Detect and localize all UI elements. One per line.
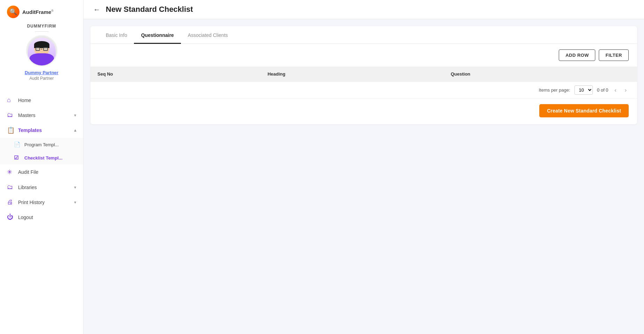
user-name[interactable]: Dummy Partner — [25, 70, 58, 75]
chevron-down-libraries-icon: ▾ — [74, 185, 76, 190]
sidebar-item-print-history[interactable]: 🖨 Print History ▾ — [0, 195, 83, 210]
libraries-icon: 🗂 — [7, 184, 15, 191]
sidebar-item-logout-label: Logout — [18, 215, 33, 220]
chevron-up-icon: ▴ — [74, 128, 76, 133]
print-icon: 🖨 — [7, 199, 15, 206]
items-per-page-select[interactable]: 5 10 25 50 — [574, 85, 593, 95]
pagination-row: Items per page: 5 10 25 50 0 of 0 ‹ › — [90, 81, 637, 98]
avatar — [26, 35, 57, 67]
glass-right — [43, 47, 48, 51]
sidebar-item-audit-file-label: Audit File — [18, 169, 38, 175]
create-new-checklist-button[interactable]: Create New Standard Checklist — [539, 104, 629, 117]
sidebar-item-home[interactable]: ⌂ Home — [0, 93, 83, 108]
tab-associated-clients[interactable]: Associated Clients — [181, 26, 235, 44]
sidebar-item-libraries-label: Libraries — [18, 185, 37, 190]
create-button-row: Create New Standard Checklist — [90, 98, 637, 124]
logo-area: 🔍 AuditFrame® — [0, 6, 54, 18]
user-role: Audit Partner — [29, 76, 54, 81]
back-button[interactable]: ← — [93, 6, 100, 14]
col-heading: Heading — [261, 67, 444, 81]
sidebar-item-print-history-label: Print History — [18, 200, 45, 205]
avatar-body — [30, 53, 54, 65]
content-area: Basic Info Questionnaire Associated Clie… — [84, 19, 644, 334]
logo-icon: 🔍 — [7, 6, 19, 18]
user-section: DUMMYFIRM Dummy Partner Audit Partner — [0, 24, 83, 86]
logo-sup: ® — [51, 9, 54, 13]
sidebar-item-templates[interactable]: 📋 Templates ▴ — [0, 123, 83, 138]
sidebar-item-program-templates[interactable]: 📄 Program Templ... — [7, 138, 83, 151]
items-per-page-label: Items per page: — [539, 87, 570, 93]
sidebar-item-masters[interactable]: 🗂 Masters ▾ — [0, 108, 83, 123]
sidebar-item-templates-label: Templates — [18, 127, 42, 133]
add-row-button[interactable]: ADD ROW — [559, 49, 595, 61]
program-templates-label: Program Templ... — [24, 142, 59, 147]
logo-text: AuditFrame® — [22, 9, 54, 15]
sidebar: 🔍 AuditFrame® DUMMYFIRM Dummy Partner Au… — [0, 0, 84, 334]
pagination-count: 0 of 0 — [597, 87, 609, 93]
document-icon: 📄 — [14, 141, 21, 148]
main-content: ← New Standard Checklist Basic Info Ques… — [84, 0, 644, 334]
page-title: New Standard Checklist — [106, 5, 193, 14]
sidebar-item-audit-file[interactable]: ✳ Audit File — [0, 164, 83, 180]
table-actions: ADD ROW FILTER — [90, 44, 637, 67]
col-seq-no: Seq No — [90, 67, 261, 81]
sidebar-item-logout[interactable]: ⏻ Logout — [0, 210, 83, 225]
chevron-down-print-icon: ▾ — [74, 200, 76, 205]
templates-submenu: 📄 Program Templ... ☑ Checklist Templ... — [0, 138, 83, 164]
tab-basic-info[interactable]: Basic Info — [99, 26, 134, 44]
home-icon: ⌂ — [7, 96, 15, 104]
avatar-hair — [34, 41, 49, 48]
questionnaire-table: Seq No Heading Question — [90, 67, 637, 81]
tabs-bar: Basic Info Questionnaire Associated Clie… — [90, 26, 637, 44]
next-page-button[interactable]: › — [623, 86, 629, 94]
tab-questionnaire[interactable]: Questionnaire — [134, 26, 181, 44]
sidebar-item-home-label: Home — [18, 98, 31, 103]
avatar-figure — [28, 38, 56, 65]
firm-name: DUMMYFIRM — [27, 24, 56, 29]
logout-icon: ⏻ — [7, 213, 15, 221]
audit-file-icon: ✳ — [7, 168, 15, 176]
main-card: Basic Info Questionnaire Associated Clie… — [90, 26, 637, 124]
checkbox-icon: ☑ — [14, 155, 21, 161]
filter-button[interactable]: FILTER — [599, 49, 629, 61]
avatar-glasses — [35, 47, 48, 51]
sidebar-item-checklist-templates[interactable]: ☑ Checklist Templ... — [7, 151, 83, 164]
sidebar-item-libraries[interactable]: 🗂 Libraries ▾ — [0, 180, 83, 195]
prev-page-button[interactable]: ‹ — [612, 86, 618, 94]
glass-left — [35, 47, 40, 51]
templates-icon: 📋 — [7, 126, 15, 134]
top-bar: ← New Standard Checklist — [84, 0, 644, 19]
chevron-down-icon: ▾ — [74, 113, 76, 118]
table-header-row: Seq No Heading Question — [90, 67, 637, 81]
nav-menu: ⌂ Home 🗂 Masters ▾ 📋 Templates ▴ 📄 Progr… — [0, 93, 83, 225]
sidebar-item-masters-label: Masters — [18, 112, 35, 118]
glass-bridge — [41, 49, 42, 49]
divider — [35, 31, 49, 32]
masters-icon: 🗂 — [7, 111, 15, 119]
checklist-templates-label: Checklist Templ... — [24, 155, 63, 161]
table-container: Seq No Heading Question — [90, 67, 637, 81]
col-question: Question — [444, 67, 637, 81]
